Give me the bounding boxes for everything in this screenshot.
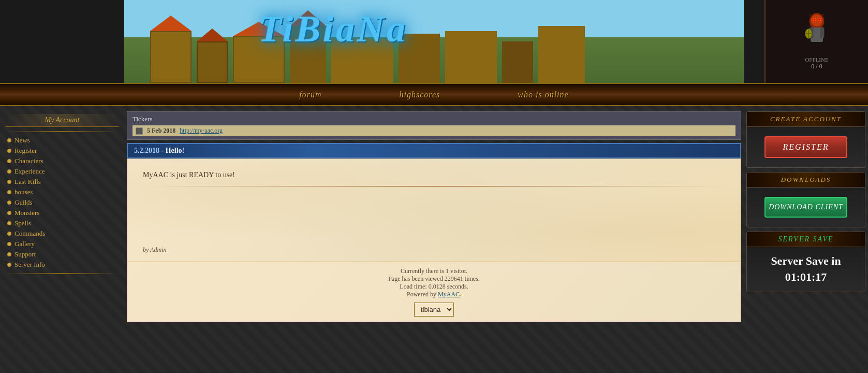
- sidebar-label-support: Support: [14, 250, 36, 259]
- player-count: 0 / 0: [811, 63, 822, 70]
- load-time-text: Load time: 0.0128 seconds.: [133, 283, 735, 291]
- sidebar-label-gallery: Gallery: [14, 240, 35, 248]
- ticker-link[interactable]: http://my-aac.org: [180, 127, 223, 135]
- sidebar-item-experience[interactable]: Experience: [5, 166, 119, 177]
- bullet-icon: [7, 180, 11, 184]
- svg-marker-6: [810, 13, 812, 17]
- sidebar-label-register: Register: [14, 147, 37, 155]
- sidebar-label-experience: Experience: [14, 167, 45, 176]
- sidebar-item-server-info[interactable]: Server Info: [5, 260, 119, 270]
- nav-forum[interactable]: forum: [299, 90, 321, 99]
- sidebar-item-characters[interactable]: Characters: [5, 156, 119, 166]
- bullet-icon: [7, 242, 11, 246]
- sidebar-item-support[interactable]: Support: [5, 249, 119, 260]
- svg-marker-7: [822, 13, 825, 17]
- news-content: MyAAC is just READY to use!: [143, 169, 725, 181]
- nav-bar: forum highscores who is online: [0, 83, 868, 106]
- svg-point-5: [818, 19, 820, 20]
- sidebar-label-guilds: Guilds: [14, 198, 33, 207]
- sidebar-top-divider: [5, 131, 119, 132]
- server-save-body: Server Save in 01:01:17: [747, 247, 865, 292]
- server-save-time: 01:01:17: [785, 270, 827, 283]
- ticker-row: 5 Feb 2018 http://my-aac.org: [133, 125, 735, 136]
- sidebar-item-monsters[interactable]: Monsters: [5, 208, 119, 218]
- header-banner: TiBiaNa: [124, 0, 744, 83]
- bullet-icon: [7, 159, 11, 163]
- bullet-icon: [7, 252, 11, 256]
- views-text: Page has been viewed 229641 times.: [133, 275, 735, 283]
- server-save-section: Server Save Server Save in 01:01:17: [746, 232, 865, 292]
- bullet-icon: [7, 211, 11, 215]
- myaac-link[interactable]: MyAAC.: [438, 291, 461, 298]
- downloads-title: Downloads: [747, 173, 865, 188]
- character-icon: [796, 13, 837, 54]
- bullet-icon: [7, 232, 11, 236]
- visitors-text: Currently there is 1 visitor.: [133, 267, 735, 275]
- sidebar-item-gallery[interactable]: Gallery: [5, 239, 119, 249]
- bullet-icon: [7, 263, 11, 267]
- svg-rect-10: [820, 27, 824, 38]
- server-save-title: Server Save: [747, 232, 865, 247]
- news-separator: -: [161, 147, 166, 154]
- news-body: MyAAC is just READY to use! by Admin: [127, 159, 741, 262]
- powered-by-text: Powered by MyAAC.: [133, 291, 735, 298]
- bullet-icon: [7, 149, 11, 153]
- sidebar-title: My Account: [5, 114, 119, 127]
- nav-who-is-online[interactable]: who is online: [518, 90, 568, 99]
- server-save-text: Server Save in 01:01:17: [753, 253, 859, 285]
- main-layout: My Account News Register Characters Expe…: [0, 106, 868, 327]
- sidebar-item-spells[interactable]: Spells: [5, 218, 119, 228]
- downloads-body: Download Client: [747, 188, 865, 227]
- sidebar-label-characters: Characters: [14, 157, 43, 165]
- world-select[interactable]: tibiana: [414, 303, 454, 317]
- character-display: OFFLINE 0 / 0: [764, 0, 868, 83]
- sidebar-label-last-kills: Last Kills: [14, 178, 41, 186]
- sidebar-label-spells: Spells: [14, 219, 31, 227]
- create-account-body: Register: [747, 127, 865, 167]
- ticker-item-icon: [136, 127, 143, 135]
- sidebar-item-news[interactable]: News: [5, 135, 119, 146]
- register-button[interactable]: Register: [764, 136, 847, 158]
- right-panel: Create Account Register Downloads Downlo…: [744, 111, 868, 322]
- svg-point-1: [811, 15, 822, 26]
- nav-highscores[interactable]: highscores: [400, 90, 440, 99]
- sidebar-label-news: News: [14, 136, 30, 145]
- sidebar-label-commands: Commands: [14, 229, 45, 238]
- sidebar-bottom-divider: [5, 273, 119, 274]
- bullet-icon: [7, 200, 11, 205]
- content-area: Tickers 5 Feb 2018 http://my-aac.org 5.2…: [124, 111, 744, 322]
- sidebar-label-server-info: Server Info: [14, 261, 45, 269]
- bullet-icon: [7, 169, 11, 174]
- tickers-bar: Tickers 5 Feb 2018 http://my-aac.org: [127, 111, 741, 140]
- bullet-icon: [7, 221, 11, 225]
- news-post-header: 5.2.2018 - Hello!: [127, 143, 741, 159]
- news-author: by Admin: [143, 246, 166, 254]
- server-status: OFFLINE: [805, 56, 828, 63]
- sidebar-item-houses[interactable]: houses: [5, 187, 119, 197]
- header: TiBiaNa OFFLINE 0 / 0: [0, 0, 868, 83]
- sidebar-label-houses: houses: [14, 188, 33, 196]
- bullet-icon: [7, 138, 11, 142]
- news-date: 5.2.2018: [134, 147, 159, 154]
- svg-point-4: [814, 19, 815, 20]
- sidebar-item-last-kills[interactable]: Last Kills: [5, 177, 119, 187]
- sidebar: My Account News Register Characters Expe…: [0, 111, 124, 322]
- footer-stats: Currently there is 1 visitor. Page has b…: [127, 262, 741, 322]
- news-divider: [143, 186, 725, 187]
- sidebar-item-guilds[interactable]: Guilds: [5, 197, 119, 208]
- bullet-icon: [7, 190, 11, 194]
- create-account-title: Create Account: [747, 112, 865, 127]
- download-client-button[interactable]: Download Client: [764, 197, 847, 218]
- create-account-section: Create Account Register: [746, 111, 865, 168]
- sidebar-label-monsters: Monsters: [14, 209, 39, 217]
- sidebar-item-register[interactable]: Register: [5, 146, 119, 156]
- site-logo: TiBiaNa: [259, 8, 408, 51]
- news-title: Hello!: [166, 147, 185, 154]
- ticker-date: 5 Feb 2018: [147, 127, 175, 135]
- downloads-section: Downloads Download Client: [746, 172, 865, 227]
- tickers-title: Tickers: [133, 115, 153, 123]
- sidebar-item-commands[interactable]: Commands: [5, 228, 119, 239]
